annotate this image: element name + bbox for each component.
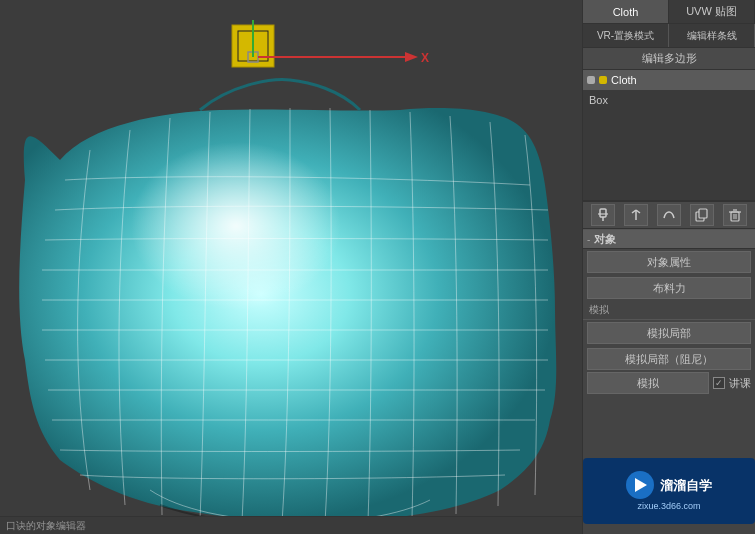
simulate-row: 模拟 讲课 [583, 372, 755, 394]
stack-delete-btn[interactable] [723, 204, 747, 226]
stack-copy-btn[interactable] [690, 204, 714, 226]
trash-icon [728, 208, 742, 222]
stack-move-up-btn[interactable] [624, 204, 648, 226]
watermark: 溜溜自学 zixue.3d66.com [583, 458, 755, 524]
curve-icon [662, 208, 676, 222]
tabs-row: Cloth UVW 贴图 [583, 0, 755, 24]
toolbar-row: VR-置换模式 编辑样条线 [583, 24, 755, 48]
modifier-stack: Cloth Box [583, 70, 755, 201]
stack-dot-yellow [599, 76, 607, 84]
lecture-label: 讲课 [729, 376, 751, 391]
simulate-local-btn[interactable]: 模拟局部 [587, 322, 751, 344]
object-section-arrow: - [587, 234, 590, 245]
watermark-play-icon [626, 471, 654, 499]
stack-item-box[interactable]: Box [585, 92, 753, 108]
tab-cloth[interactable]: Cloth [583, 0, 669, 23]
simulate-checkbox[interactable] [713, 377, 725, 389]
play-triangle [635, 478, 647, 492]
move-up-icon [629, 208, 643, 222]
svg-point-1 [110, 130, 410, 370]
bottom-status-bar: 口诀的对象编辑器 [0, 516, 582, 534]
object-props-btn[interactable]: 对象属性 [587, 251, 751, 273]
simulate-btn[interactable]: 模拟 [587, 372, 709, 394]
svg-text:X: X [421, 51, 429, 65]
simulate-section-label: 模拟 [583, 301, 755, 320]
stack-dot-gray [587, 76, 595, 84]
right-panel: Cloth UVW 贴图 VR-置换模式 编辑样条线 编辑多边形 Cloth B… [582, 0, 755, 534]
edit-spline-btn[interactable]: 编辑样条线 [669, 24, 755, 47]
object-section-header: - 对象 [583, 229, 755, 249]
stack-modifier-name: Cloth [611, 74, 637, 86]
pin-icon [596, 208, 610, 222]
edit-polygon-btn[interactable]: 编辑多边形 [583, 48, 755, 70]
stack-header: Cloth [583, 70, 755, 90]
stack-curve-btn[interactable] [657, 204, 681, 226]
vr-replace-btn[interactable]: VR-置换模式 [583, 24, 669, 47]
stack-toolbar [583, 201, 755, 229]
stack-pin-btn[interactable] [591, 204, 615, 226]
watermark-site-name: 溜溜自学 [660, 477, 712, 495]
viewport[interactable]: X 口诀的对象编辑器 [0, 0, 582, 534]
object-section-title: 对象 [594, 232, 616, 247]
stack-list[interactable]: Box [583, 90, 755, 200]
copy-icon [695, 208, 709, 222]
cloth-force-btn[interactable]: 布料力 [587, 277, 751, 299]
status-text: 口诀的对象编辑器 [6, 519, 86, 533]
simulate-local-damp-btn[interactable]: 模拟局部（阻尼） [587, 348, 751, 370]
watermark-url: zixue.3d66.com [637, 501, 700, 511]
svg-rect-17 [731, 212, 739, 221]
scene-svg: X [0, 0, 582, 534]
svg-rect-16 [699, 209, 707, 218]
tab-uvw[interactable]: UVW 贴图 [669, 0, 755, 23]
svg-rect-9 [600, 209, 606, 217]
